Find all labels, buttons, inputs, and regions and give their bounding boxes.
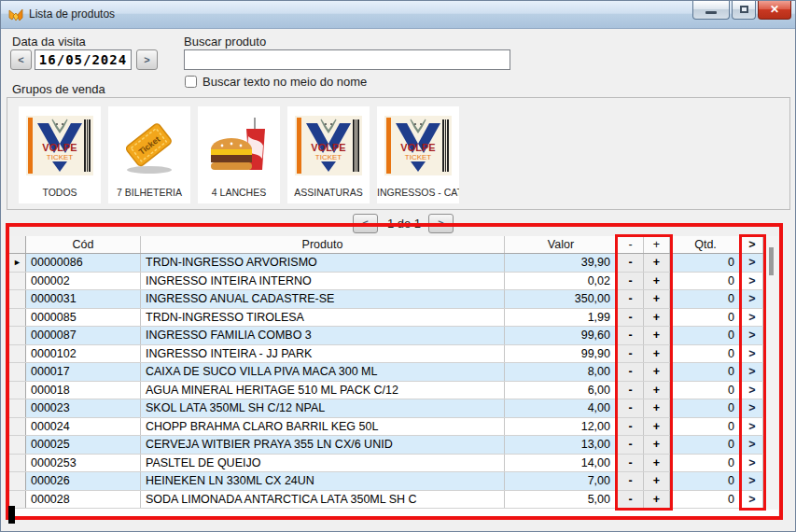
decrease-qty-button[interactable]: -: [618, 472, 644, 490]
send-row-button[interactable]: >: [742, 363, 763, 381]
increase-qty-button[interactable]: +: [644, 472, 670, 490]
table-row[interactable]: 000023 SKOL LATA 350ML SH C/12 NPAL 4,00…: [9, 399, 763, 418]
group-tile-bilheteria[interactable]: Ticket 7 BILHETERIA: [108, 106, 190, 203]
increase-qty-button[interactable]: +: [644, 382, 670, 399]
increase-qty-button[interactable]: +: [644, 418, 670, 436]
group-tile-ingressos[interactable]: VOLPE TICKET INGRESSOS - CATR: [377, 106, 459, 203]
row-selector-cell[interactable]: [9, 327, 26, 344]
send-row-button[interactable]: >: [742, 455, 763, 472]
send-row-button[interactable]: >: [742, 345, 763, 363]
decrease-qty-button[interactable]: -: [618, 309, 644, 327]
vertical-scrollbar[interactable]: [763, 236, 778, 510]
row-selector-cell[interactable]: [9, 363, 26, 381]
increase-qty-button[interactable]: +: [644, 345, 670, 363]
send-row-button[interactable]: >: [742, 436, 763, 454]
group-tile-label: ASSINATURAS: [287, 187, 370, 198]
row-selector-cell[interactable]: [9, 382, 26, 399]
table-row[interactable]: 0000087 INGRESSO FAMILIA COMBO 3 99,60 -…: [9, 327, 763, 345]
maximize-button[interactable]: [732, 1, 756, 20]
search-middle-checkbox[interactable]: [185, 76, 197, 88]
decrease-qty-button[interactable]: -: [618, 418, 644, 436]
row-selector-cell[interactable]: [9, 472, 26, 490]
group-tile-assinaturas[interactable]: VOLPE TICKET ASSINATURAS: [287, 106, 370, 203]
cell-qtd: 0: [670, 327, 742, 344]
send-row-button[interactable]: >: [742, 418, 763, 436]
row-selector-cell[interactable]: [9, 290, 26, 308]
row-selector-cell[interactable]: [9, 418, 26, 436]
decrease-qty-button[interactable]: -: [618, 273, 644, 290]
decrease-qty-button[interactable]: -: [618, 455, 644, 472]
scrollbar-thumb[interactable]: [769, 247, 774, 275]
table-row[interactable]: 0000102 INGRESSO INTEIRA - JJ PARK 99,90…: [9, 345, 763, 364]
decrease-qty-button[interactable]: -: [618, 290, 644, 308]
group-tile-todos[interactable]: VOLPE TICKET TODOS: [19, 106, 101, 203]
increase-qty-button[interactable]: +: [644, 436, 670, 454]
page-prev-button[interactable]: <: [353, 214, 378, 233]
decrease-qty-button[interactable]: -: [618, 345, 644, 363]
table-row[interactable]: 0000085 TRDN-INGRESSO TIROLESA 1,99 - + …: [9, 309, 763, 328]
send-row-button[interactable]: >: [742, 273, 763, 290]
decrease-qty-button[interactable]: -: [618, 399, 644, 417]
row-selector-cell[interactable]: [9, 399, 26, 417]
increase-qty-button[interactable]: +: [644, 455, 670, 472]
table-row[interactable]: 000018 AGUA MINERAL HERITAGE 510 ML PACK…: [9, 382, 763, 400]
group-tile-lanches[interactable]: 4 LANCHES: [198, 106, 280, 203]
send-row-button[interactable]: >: [742, 309, 763, 327]
header-cod[interactable]: Cód: [26, 236, 141, 253]
send-row-button[interactable]: >: [742, 382, 763, 399]
cell-qtd: 0: [670, 290, 742, 308]
visit-date-value[interactable]: 16/05/2024: [35, 49, 132, 70]
header-valor[interactable]: Valor: [505, 236, 618, 253]
table-row[interactable]: ► 00000086 TRDN-INGRESSO ARVORISMO 39,90…: [9, 254, 763, 273]
close-button[interactable]: ✕: [758, 1, 791, 20]
decrease-qty-button[interactable]: -: [618, 491, 644, 509]
cell-cod: 000028: [26, 491, 141, 509]
send-row-button[interactable]: >: [742, 472, 763, 490]
increase-qty-button[interactable]: +: [644, 254, 670, 272]
decrease-qty-button[interactable]: -: [618, 327, 644, 344]
cell-produto: INGRESSO INTEIRA - JJ PARK: [141, 345, 505, 363]
table-row[interactable]: 000026 HEINEKEN LN 330ML CX 24UN 7,00 - …: [9, 472, 763, 491]
table-row[interactable]: 000017 CAIXA DE SUCO VILLA PIVA MACA 300…: [9, 363, 763, 382]
minimize-icon: [705, 11, 717, 14]
row-selector-cell[interactable]: [9, 436, 26, 454]
header-qtd[interactable]: Qtd.: [670, 236, 742, 253]
send-row-button[interactable]: >: [742, 491, 763, 509]
row-selector-cell[interactable]: [9, 309, 26, 327]
increase-qty-button[interactable]: +: [644, 399, 670, 417]
search-input[interactable]: [184, 49, 510, 70]
header-produto[interactable]: Produto: [141, 236, 505, 253]
decrease-qty-button[interactable]: -: [618, 363, 644, 381]
date-prev-button[interactable]: <: [10, 49, 32, 70]
increase-qty-button[interactable]: +: [644, 309, 670, 327]
table-row[interactable]: 000025 CERVEJA WITBIER PRAYA 355 LN CX/6…: [9, 436, 763, 455]
send-row-button[interactable]: >: [742, 254, 763, 272]
burger-and-soda-icon: [205, 112, 272, 179]
cell-valor: 13,00: [505, 436, 618, 454]
decrease-qty-button[interactable]: -: [618, 436, 644, 454]
row-selector-cell[interactable]: [9, 455, 26, 472]
table-row[interactable]: 0000253 PASLTEL DE QUEIJO 14,00 - + 0 >: [9, 455, 763, 473]
send-row-button[interactable]: >: [742, 290, 763, 308]
increase-qty-button[interactable]: +: [644, 363, 670, 381]
decrease-qty-button[interactable]: -: [618, 382, 644, 399]
send-row-button[interactable]: >: [742, 327, 763, 344]
cell-qtd: 0: [670, 273, 742, 290]
date-next-button[interactable]: >: [136, 49, 158, 70]
decrease-qty-button[interactable]: -: [618, 254, 644, 272]
svg-text:VOLPE: VOLPE: [311, 142, 345, 153]
page-next-button[interactable]: >: [428, 214, 454, 233]
table-row[interactable]: 000028 SODA LIMONADA ANTARCTICA LATA 350…: [9, 491, 763, 510]
increase-qty-button[interactable]: +: [644, 327, 670, 344]
increase-qty-button[interactable]: +: [644, 491, 670, 509]
send-row-button[interactable]: >: [742, 399, 763, 417]
minimize-button[interactable]: [692, 1, 730, 20]
increase-qty-button[interactable]: +: [644, 273, 670, 290]
row-selector-cell[interactable]: [9, 273, 26, 290]
table-row[interactable]: 000024 CHOPP BRAHMA CLARO BARRIL KEG 50L…: [9, 418, 763, 437]
row-selector-cell[interactable]: [9, 345, 26, 363]
increase-qty-button[interactable]: +: [644, 290, 670, 308]
table-row[interactable]: 0000031 INGRESSO ANUAL CADASTRE-SE 350,0…: [9, 290, 763, 309]
table-row[interactable]: 000002 INGRESSO INTEIRA INTERNO 0,02 - +…: [9, 273, 763, 291]
row-selector-cell[interactable]: ►: [9, 254, 26, 272]
